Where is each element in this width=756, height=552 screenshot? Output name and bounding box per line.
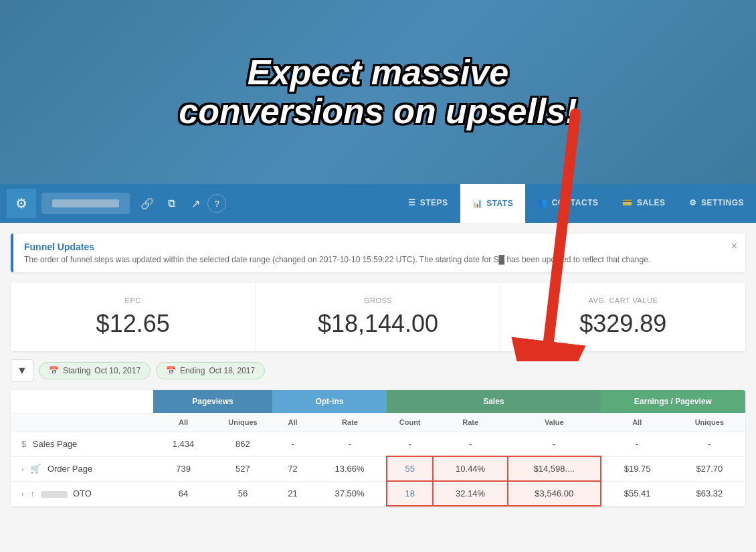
tab-sales-label: SALES: [637, 198, 666, 207]
starting-label: Starting: [63, 366, 90, 375]
dollar-icon: $: [21, 439, 26, 449]
contacts-icon: 👥: [537, 198, 548, 207]
stats-icon: 📊: [472, 199, 483, 208]
sp-opt-rate: -: [313, 432, 387, 457]
optins-header: Opt-ins: [272, 390, 387, 413]
tab-settings-label: SETTINGS: [701, 198, 744, 207]
tab-stats[interactable]: 📊 STATS: [460, 184, 526, 223]
opt-all-header: All: [272, 413, 313, 432]
op-earn-uniques: $27.70: [674, 456, 745, 481]
ending-date: Oct 18, 2017: [209, 366, 255, 375]
tab-stats-label: STATS: [486, 199, 513, 208]
sp-earn-all: -: [601, 432, 674, 457]
nav-title: [41, 193, 130, 214]
stats-table-container: Pageviews Opt-ins Sales Earnings / Pagev…: [11, 390, 745, 507]
settings-icon: ⚙: [689, 198, 697, 207]
alert-box: Funnel Updates The order of funnel steps…: [11, 234, 745, 272]
table-row: › ↑ OTO 64 56 21 37.50% 18 32.14% $3,546…: [11, 481, 745, 506]
external-link-icon[interactable]: ↗: [183, 191, 207, 215]
sp-earn-uniques: -: [674, 432, 745, 457]
expand-icon[interactable]: ›: [21, 465, 24, 473]
alert-title: Funnel Updates: [24, 242, 735, 252]
sales-header: Sales: [387, 390, 601, 413]
sp-pv-all: 1,434: [153, 432, 213, 457]
avg-cart-label: AVG. CART VALUE: [512, 296, 735, 304]
avg-cart-value: $329.89: [512, 310, 735, 338]
row-sales-page-label: $ Sales Page: [11, 432, 153, 457]
row-label-header: [11, 413, 153, 432]
oto-earn-uniques: $63.32: [674, 481, 745, 506]
oto-sales-value: $3,546.00: [508, 481, 601, 506]
opt-rate-header: Rate: [313, 413, 387, 432]
op-sales-value: $14,598....: [508, 456, 601, 481]
op-pv-all: 739: [153, 456, 213, 481]
row-oto-label: › ↑ OTO: [11, 481, 153, 506]
help-icon[interactable]: ?: [207, 194, 226, 213]
stats-row: EPC $12.65 GROSS $18,144.00 AVG. CART VA…: [11, 283, 745, 351]
nav-bar: ⚙ 🔗 ⧉ ↗ ? ☰ STEPS 📊 STATS 👥 CONTACTS 💳 S…: [0, 184, 756, 223]
hero-section: Expect massive conversions on upsells!: [0, 0, 756, 184]
main-content: Funnel Updates The order of funnel steps…: [0, 223, 756, 552]
starting-date-badge[interactable]: 📅 Starting Oct 10, 2017: [39, 362, 151, 379]
sp-sales-rate: -: [433, 432, 507, 457]
pv-all-header: All: [153, 413, 213, 432]
row-order-page-label: › 🛒 Order Page: [11, 456, 153, 481]
starting-date: Oct 10, 2017: [94, 366, 140, 375]
earnings-header: Earnings / Pageview: [601, 390, 745, 413]
op-earn-all: $19.75: [601, 456, 674, 481]
stat-avg-cart: AVG. CART VALUE $329.89: [501, 283, 745, 351]
ending-date-badge[interactable]: 📅 Ending Oct 18, 2017: [156, 362, 265, 379]
pv-uniques-header: Uniques: [213, 413, 272, 432]
op-sales-count: 55: [387, 456, 434, 481]
hero-headline-line2: conversions on upsells!: [179, 92, 577, 130]
alert-close-button[interactable]: ×: [731, 240, 737, 252]
epc-value: $12.65: [21, 310, 244, 338]
expand-oto-icon[interactable]: ›: [21, 490, 24, 498]
op-opt-all: 72: [272, 456, 313, 481]
calendar-end-icon: 📅: [166, 366, 176, 375]
oto-sales-rate: 32.14%: [433, 481, 507, 506]
tab-settings[interactable]: ⚙ SETTINGS: [677, 184, 756, 223]
ending-label: Ending: [180, 366, 205, 375]
epc-label: EPC: [21, 296, 244, 304]
gear-icon[interactable]: ⚙: [7, 189, 36, 218]
tab-contacts-label: CONTACTS: [552, 198, 599, 207]
table-row: $ Sales Page 1,434 862 - - - - - - -: [11, 432, 745, 457]
stat-gross: GROSS $18,144.00: [256, 283, 500, 351]
oto-opt-all: 21: [272, 481, 313, 506]
op-pv-uniques: 527: [213, 456, 272, 481]
tab-steps[interactable]: ☰ STEPS: [396, 184, 460, 223]
gross-label: GROSS: [266, 296, 489, 304]
empty-header: [11, 390, 153, 413]
upsell-icon: ↑: [30, 488, 35, 498]
cart-icon: 🛒: [30, 464, 41, 474]
hero-text: Expect massive conversions on upsells!: [179, 54, 577, 130]
earn-uniques-header: Uniques: [674, 413, 745, 432]
calendar-icon: 📅: [49, 366, 59, 375]
filter-row: ▼ 📅 Starting Oct 10, 2017 📅 Ending Oct 1…: [11, 359, 745, 382]
oto-sales-count: 18: [387, 481, 434, 506]
earn-all-header: All: [601, 413, 674, 432]
sales-count-header: Count: [387, 413, 434, 432]
sp-opt-all: -: [272, 432, 313, 457]
tab-steps-label: STEPS: [420, 198, 448, 207]
sp-sales-count: -: [387, 432, 434, 457]
tab-sales[interactable]: 💳 SALES: [610, 184, 677, 223]
oto-opt-rate: 37.50%: [313, 481, 387, 506]
link-icon[interactable]: 🔗: [135, 191, 159, 215]
filter-button[interactable]: ▼: [11, 359, 33, 382]
stat-epc: EPC $12.65: [11, 283, 256, 351]
copy-icon[interactable]: ⧉: [159, 191, 183, 215]
oto-pv-all: 64: [153, 481, 213, 506]
tab-contacts[interactable]: 👥 CONTACTS: [525, 184, 610, 223]
hero-headline-line1: Expect massive: [179, 54, 577, 92]
pageviews-header: Pageviews: [153, 390, 272, 413]
sales-value-header: Value: [508, 413, 601, 432]
oto-earn-all: $55.41: [601, 481, 674, 506]
gross-value: $18,144.00: [266, 310, 489, 338]
table-row: › 🛒 Order Page 739 527 72 13.66% 55 10.4…: [11, 456, 745, 481]
op-sales-rate: 10.44%: [433, 456, 507, 481]
sales-rate-header: Rate: [433, 413, 507, 432]
op-opt-rate: 13.66%: [313, 456, 387, 481]
sales-icon: 💳: [622, 198, 633, 207]
